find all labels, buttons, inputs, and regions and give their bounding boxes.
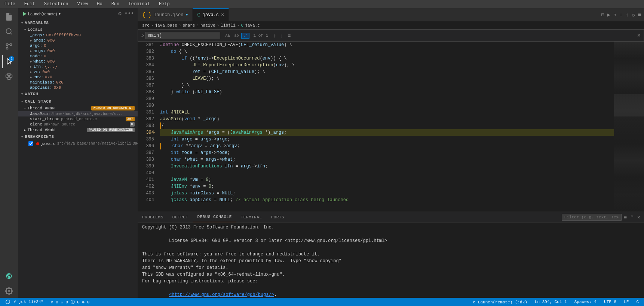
- bc-share[interactable]: share: [183, 23, 195, 28]
- breakpoint-checkbox[interactable]: [28, 141, 33, 146]
- code-content[interactable]: #define CHECK_EXCEPTION_LEAVE(CEL_return…: [157, 42, 614, 212]
- close-tab-button[interactable]: ×: [221, 12, 224, 18]
- menu-file[interactable]: File: [3, 1, 17, 7]
- ln-388: 388: [138, 89, 154, 96]
- debug-gear-icon[interactable]: ⚙: [117, 10, 122, 18]
- variables-header[interactable]: ▾ VARIABLES: [18, 19, 138, 27]
- panel-tab-ports[interactable]: PORTS: [267, 212, 289, 222]
- menu-view[interactable]: View: [76, 1, 89, 7]
- find-prev-button[interactable]: ↑: [272, 32, 277, 39]
- ln-387: 387: [138, 82, 154, 89]
- frame-javamain[interactable]: JavaMain /home/hou/jdk/src/java.base/s..…: [18, 111, 138, 116]
- panel-tab-terminal[interactable]: TERMINAL: [236, 212, 267, 222]
- thread-1[interactable]: ▾ Thread #NaN PAUSED ON BREAKPOINT: [18, 105, 138, 111]
- var-item-what[interactable]: ▶ what: 0x0: [18, 59, 138, 64]
- svg-point-0: [6, 29, 11, 34]
- activity-explorer[interactable]: [2, 10, 16, 23]
- var-item-argv[interactable]: ▶ argv: 0x0: [18, 48, 138, 54]
- panel-close-button[interactable]: ×: [637, 213, 641, 221]
- svg-marker-7: [7, 59, 12, 64]
- locals-group[interactable]: ▾ Locals: [18, 27, 138, 33]
- panel-tab-problems[interactable]: PROBLEMS: [138, 212, 168, 222]
- ln-386: 386: [138, 75, 154, 82]
- menu-run[interactable]: Run: [110, 1, 121, 7]
- status-debug[interactable]: ⊘ Launch(remote) (jdk): [471, 300, 530, 305]
- find-options: Aa ab .*: [223, 33, 249, 39]
- find-select-all-button[interactable]: ≡: [286, 32, 292, 39]
- status-errors[interactable]: ⊘ 0 ⚠ 0 ⓘ 0 ⊗ 0: [49, 299, 92, 305]
- debug-config-icons: ⚙ •••: [117, 10, 135, 18]
- panel-expand-button[interactable]: ⌃: [629, 213, 635, 221]
- bc-file[interactable]: java.c: [245, 23, 260, 28]
- restart-icon[interactable]: ↺: [632, 12, 635, 18]
- menu-terminal[interactable]: Terminal: [127, 1, 151, 7]
- regex-button[interactable]: .*: [241, 33, 249, 39]
- call-stack-section: ▾ CALL STACK ▾ Thread #NaN PAUSED ON BRE…: [18, 98, 138, 133]
- tab-launch-json[interactable]: { } launch.json ●: [138, 8, 193, 21]
- menu-edit[interactable]: Edit: [23, 1, 37, 7]
- whole-word-button[interactable]: ab: [232, 33, 240, 39]
- status-remote[interactable]: ⚡ jdk-11+24*: [3, 299, 46, 305]
- terminal-line-5: and "show warranty" for details.: [142, 264, 640, 271]
- match-case-button[interactable]: Aa: [223, 33, 231, 39]
- split-editor-icon[interactable]: ⊟: [601, 12, 604, 18]
- play-icon: [23, 12, 27, 16]
- find-close-button[interactable]: ×: [637, 32, 641, 39]
- code-editor[interactable]: 381 382 383 384 385 386 387 388 389 390 …: [138, 42, 644, 212]
- menu-selection[interactable]: Selection: [43, 1, 70, 7]
- status-encoding[interactable]: UTF-8: [602, 300, 619, 304]
- status-lang[interactable]: C: [634, 300, 641, 304]
- panel-list-view-button[interactable]: ≡: [623, 213, 628, 221]
- menu-go[interactable]: Go: [95, 1, 104, 7]
- variables-section: ▾ VARIABLES ▾ Locals _args: 0x7fffffffb2…: [18, 19, 138, 90]
- gdb-link[interactable]: <http://www.gnu.org/software/gdb/bugs/>: [169, 292, 274, 297]
- status-ln-col[interactable]: Ln 394, Col 1: [533, 300, 569, 304]
- bc-libjli[interactable]: libjli: [221, 23, 236, 28]
- stop-icon[interactable]: ■: [638, 12, 641, 18]
- call-stack-header[interactable]: ▾ CALL STACK: [18, 98, 138, 105]
- step-over-icon[interactable]: ↷: [613, 12, 616, 18]
- panel-tab-output[interactable]: OUTPUT: [168, 212, 193, 222]
- activity-source-control[interactable]: [2, 40, 16, 53]
- panel-filter-input[interactable]: [562, 214, 622, 221]
- var-item-argc: argc: 0: [18, 43, 138, 48]
- bp-path: src/java.base/share/native/libjli: [57, 142, 131, 146]
- activity-settings[interactable]: [2, 284, 16, 298]
- menu-help[interactable]: Help: [157, 1, 171, 7]
- var-item-env[interactable]: ▶ env: 0x0: [18, 75, 138, 80]
- thread-1-badge: PAUSED ON BREAKPOINT: [91, 106, 135, 110]
- breakpoints-header[interactable]: ▾ BREAKPOINTS: [18, 133, 138, 140]
- activity-run-debug[interactable]: [2, 55, 16, 68]
- ln-403: 403: [138, 190, 154, 197]
- bc-native[interactable]: native: [200, 23, 215, 28]
- run-debug-button[interactable]: Launch(remote) ▾: [21, 11, 63, 17]
- bc-javabase[interactable]: java.base: [155, 23, 177, 28]
- chevron-icon: ▾: [21, 92, 24, 96]
- thread-2[interactable]: ▶ Thread #NaN PAUSED ON UNRECOGNIZED: [18, 127, 138, 133]
- sep: ›: [179, 23, 181, 28]
- status-spaces[interactable]: Spaces: 4: [572, 300, 599, 304]
- find-input[interactable]: [145, 32, 220, 39]
- var-item-args2[interactable]: ▶ args: 0x0: [18, 38, 138, 43]
- continue-icon[interactable]: ▶: [607, 12, 610, 18]
- activity-remote[interactable]: [2, 269, 16, 283]
- var-item-vm[interactable]: ▶ vm: 0x0: [18, 69, 138, 75]
- frame-clone[interactable]: clone Unknown Source 0: [18, 122, 138, 127]
- line-numbers: 381 382 383 384 385 386 387 388 389 390 …: [138, 42, 157, 212]
- expand-icon: ▶: [30, 60, 32, 64]
- panel-content: Copyright (C) 2013 Free Software Foundat…: [138, 222, 644, 298]
- debug-more-icon[interactable]: •••: [124, 10, 135, 18]
- frame-start-thread[interactable]: start_thread pthread_create.c 307: [18, 116, 138, 122]
- var-item-ifn[interactable]: ▶ ifn: {...}: [18, 64, 138, 69]
- breakpoint-1[interactable]: java.c src/java.base/share/native/libjli…: [18, 140, 138, 147]
- find-next-button[interactable]: ↓: [279, 32, 285, 39]
- panel-tab-debug-console[interactable]: DEBUG CONSOLE: [193, 212, 236, 222]
- tab-java-c[interactable]: C java.c ×: [193, 8, 229, 21]
- step-into-icon[interactable]: ↓: [619, 12, 622, 18]
- bc-src[interactable]: src: [142, 23, 150, 28]
- activity-extensions[interactable]: [2, 70, 16, 83]
- status-eol[interactable]: LF: [622, 300, 631, 304]
- step-out-icon[interactable]: ↑: [626, 12, 629, 18]
- activity-search[interactable]: [2, 25, 16, 38]
- watch-header[interactable]: ▾ WATCH: [18, 90, 138, 98]
